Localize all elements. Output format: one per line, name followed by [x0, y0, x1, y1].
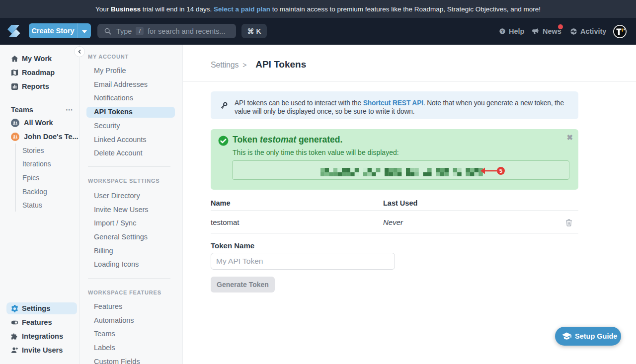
svg-text:5: 5	[499, 168, 502, 174]
svg-text:?: ?	[501, 29, 503, 34]
